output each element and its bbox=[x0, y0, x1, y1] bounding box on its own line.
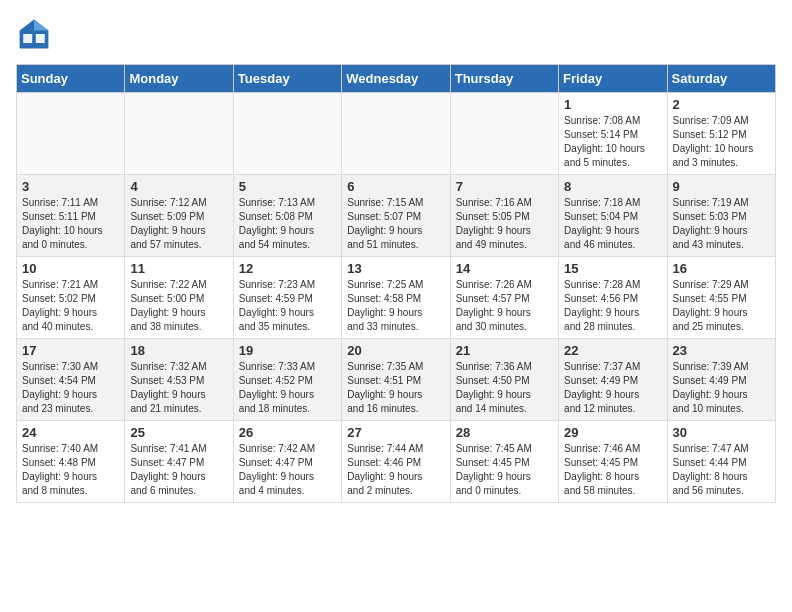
day-info: Sunrise: 7:08 AM Sunset: 5:14 PM Dayligh… bbox=[564, 114, 661, 170]
week-row-3: 10Sunrise: 7:21 AM Sunset: 5:02 PM Dayli… bbox=[17, 257, 776, 339]
day-number: 18 bbox=[130, 343, 227, 358]
day-number: 22 bbox=[564, 343, 661, 358]
day-info: Sunrise: 7:37 AM Sunset: 4:49 PM Dayligh… bbox=[564, 360, 661, 416]
day-number: 6 bbox=[347, 179, 444, 194]
day-info: Sunrise: 7:22 AM Sunset: 5:00 PM Dayligh… bbox=[130, 278, 227, 334]
day-cell: 2Sunrise: 7:09 AM Sunset: 5:12 PM Daylig… bbox=[667, 93, 775, 175]
day-number: 19 bbox=[239, 343, 336, 358]
day-cell bbox=[17, 93, 125, 175]
day-cell: 17Sunrise: 7:30 AM Sunset: 4:54 PM Dayli… bbox=[17, 339, 125, 421]
day-cell: 18Sunrise: 7:32 AM Sunset: 4:53 PM Dayli… bbox=[125, 339, 233, 421]
day-number: 12 bbox=[239, 261, 336, 276]
header-cell-wednesday: Wednesday bbox=[342, 65, 450, 93]
day-info: Sunrise: 7:46 AM Sunset: 4:45 PM Dayligh… bbox=[564, 442, 661, 498]
day-info: Sunrise: 7:26 AM Sunset: 4:57 PM Dayligh… bbox=[456, 278, 553, 334]
day-cell: 22Sunrise: 7:37 AM Sunset: 4:49 PM Dayli… bbox=[559, 339, 667, 421]
day-info: Sunrise: 7:40 AM Sunset: 4:48 PM Dayligh… bbox=[22, 442, 119, 498]
page-header bbox=[16, 16, 776, 52]
day-cell: 28Sunrise: 7:45 AM Sunset: 4:45 PM Dayli… bbox=[450, 421, 558, 503]
day-info: Sunrise: 7:44 AM Sunset: 4:46 PM Dayligh… bbox=[347, 442, 444, 498]
day-number: 26 bbox=[239, 425, 336, 440]
day-cell: 14Sunrise: 7:26 AM Sunset: 4:57 PM Dayli… bbox=[450, 257, 558, 339]
day-cell bbox=[233, 93, 341, 175]
day-info: Sunrise: 7:35 AM Sunset: 4:51 PM Dayligh… bbox=[347, 360, 444, 416]
day-number: 13 bbox=[347, 261, 444, 276]
day-info: Sunrise: 7:16 AM Sunset: 5:05 PM Dayligh… bbox=[456, 196, 553, 252]
day-info: Sunrise: 7:15 AM Sunset: 5:07 PM Dayligh… bbox=[347, 196, 444, 252]
header-cell-friday: Friday bbox=[559, 65, 667, 93]
day-info: Sunrise: 7:13 AM Sunset: 5:08 PM Dayligh… bbox=[239, 196, 336, 252]
day-number: 4 bbox=[130, 179, 227, 194]
day-number: 11 bbox=[130, 261, 227, 276]
day-number: 7 bbox=[456, 179, 553, 194]
day-cell: 15Sunrise: 7:28 AM Sunset: 4:56 PM Dayli… bbox=[559, 257, 667, 339]
day-cell: 26Sunrise: 7:42 AM Sunset: 4:47 PM Dayli… bbox=[233, 421, 341, 503]
svg-marker-1 bbox=[34, 20, 48, 31]
header-cell-saturday: Saturday bbox=[667, 65, 775, 93]
day-info: Sunrise: 7:30 AM Sunset: 4:54 PM Dayligh… bbox=[22, 360, 119, 416]
day-cell: 20Sunrise: 7:35 AM Sunset: 4:51 PM Dayli… bbox=[342, 339, 450, 421]
header-row: SundayMondayTuesdayWednesdayThursdayFrid… bbox=[17, 65, 776, 93]
day-info: Sunrise: 7:19 AM Sunset: 5:03 PM Dayligh… bbox=[673, 196, 770, 252]
day-cell bbox=[125, 93, 233, 175]
day-info: Sunrise: 7:32 AM Sunset: 4:53 PM Dayligh… bbox=[130, 360, 227, 416]
day-info: Sunrise: 7:47 AM Sunset: 4:44 PM Dayligh… bbox=[673, 442, 770, 498]
day-number: 3 bbox=[22, 179, 119, 194]
day-info: Sunrise: 7:18 AM Sunset: 5:04 PM Dayligh… bbox=[564, 196, 661, 252]
day-cell: 24Sunrise: 7:40 AM Sunset: 4:48 PM Dayli… bbox=[17, 421, 125, 503]
day-number: 8 bbox=[564, 179, 661, 194]
week-row-2: 3Sunrise: 7:11 AM Sunset: 5:11 PM Daylig… bbox=[17, 175, 776, 257]
week-row-5: 24Sunrise: 7:40 AM Sunset: 4:48 PM Dayli… bbox=[17, 421, 776, 503]
svg-rect-3 bbox=[36, 34, 45, 43]
day-info: Sunrise: 7:29 AM Sunset: 4:55 PM Dayligh… bbox=[673, 278, 770, 334]
day-number: 2 bbox=[673, 97, 770, 112]
day-number: 1 bbox=[564, 97, 661, 112]
day-info: Sunrise: 7:23 AM Sunset: 4:59 PM Dayligh… bbox=[239, 278, 336, 334]
day-cell: 4Sunrise: 7:12 AM Sunset: 5:09 PM Daylig… bbox=[125, 175, 233, 257]
day-info: Sunrise: 7:21 AM Sunset: 5:02 PM Dayligh… bbox=[22, 278, 119, 334]
day-number: 15 bbox=[564, 261, 661, 276]
day-info: Sunrise: 7:41 AM Sunset: 4:47 PM Dayligh… bbox=[130, 442, 227, 498]
day-cell bbox=[342, 93, 450, 175]
day-number: 23 bbox=[673, 343, 770, 358]
day-cell: 29Sunrise: 7:46 AM Sunset: 4:45 PM Dayli… bbox=[559, 421, 667, 503]
day-cell: 10Sunrise: 7:21 AM Sunset: 5:02 PM Dayli… bbox=[17, 257, 125, 339]
day-number: 25 bbox=[130, 425, 227, 440]
day-number: 17 bbox=[22, 343, 119, 358]
header-cell-monday: Monday bbox=[125, 65, 233, 93]
day-info: Sunrise: 7:39 AM Sunset: 4:49 PM Dayligh… bbox=[673, 360, 770, 416]
day-cell: 21Sunrise: 7:36 AM Sunset: 4:50 PM Dayli… bbox=[450, 339, 558, 421]
header-cell-sunday: Sunday bbox=[17, 65, 125, 93]
day-info: Sunrise: 7:09 AM Sunset: 5:12 PM Dayligh… bbox=[673, 114, 770, 170]
day-info: Sunrise: 7:11 AM Sunset: 5:11 PM Dayligh… bbox=[22, 196, 119, 252]
day-number: 29 bbox=[564, 425, 661, 440]
day-number: 9 bbox=[673, 179, 770, 194]
logo bbox=[16, 16, 56, 52]
week-row-4: 17Sunrise: 7:30 AM Sunset: 4:54 PM Dayli… bbox=[17, 339, 776, 421]
day-info: Sunrise: 7:12 AM Sunset: 5:09 PM Dayligh… bbox=[130, 196, 227, 252]
day-number: 21 bbox=[456, 343, 553, 358]
day-number: 14 bbox=[456, 261, 553, 276]
day-cell: 7Sunrise: 7:16 AM Sunset: 5:05 PM Daylig… bbox=[450, 175, 558, 257]
day-info: Sunrise: 7:25 AM Sunset: 4:58 PM Dayligh… bbox=[347, 278, 444, 334]
day-cell: 9Sunrise: 7:19 AM Sunset: 5:03 PM Daylig… bbox=[667, 175, 775, 257]
svg-rect-2 bbox=[23, 34, 32, 43]
day-cell: 11Sunrise: 7:22 AM Sunset: 5:00 PM Dayli… bbox=[125, 257, 233, 339]
day-number: 24 bbox=[22, 425, 119, 440]
day-number: 27 bbox=[347, 425, 444, 440]
day-cell: 12Sunrise: 7:23 AM Sunset: 4:59 PM Dayli… bbox=[233, 257, 341, 339]
day-number: 30 bbox=[673, 425, 770, 440]
day-number: 20 bbox=[347, 343, 444, 358]
day-cell: 23Sunrise: 7:39 AM Sunset: 4:49 PM Dayli… bbox=[667, 339, 775, 421]
day-number: 5 bbox=[239, 179, 336, 194]
day-cell: 13Sunrise: 7:25 AM Sunset: 4:58 PM Dayli… bbox=[342, 257, 450, 339]
day-cell: 16Sunrise: 7:29 AM Sunset: 4:55 PM Dayli… bbox=[667, 257, 775, 339]
day-info: Sunrise: 7:28 AM Sunset: 4:56 PM Dayligh… bbox=[564, 278, 661, 334]
header-cell-tuesday: Tuesday bbox=[233, 65, 341, 93]
day-cell: 8Sunrise: 7:18 AM Sunset: 5:04 PM Daylig… bbox=[559, 175, 667, 257]
day-cell bbox=[450, 93, 558, 175]
day-info: Sunrise: 7:33 AM Sunset: 4:52 PM Dayligh… bbox=[239, 360, 336, 416]
day-cell: 27Sunrise: 7:44 AM Sunset: 4:46 PM Dayli… bbox=[342, 421, 450, 503]
day-info: Sunrise: 7:45 AM Sunset: 4:45 PM Dayligh… bbox=[456, 442, 553, 498]
day-cell: 3Sunrise: 7:11 AM Sunset: 5:11 PM Daylig… bbox=[17, 175, 125, 257]
